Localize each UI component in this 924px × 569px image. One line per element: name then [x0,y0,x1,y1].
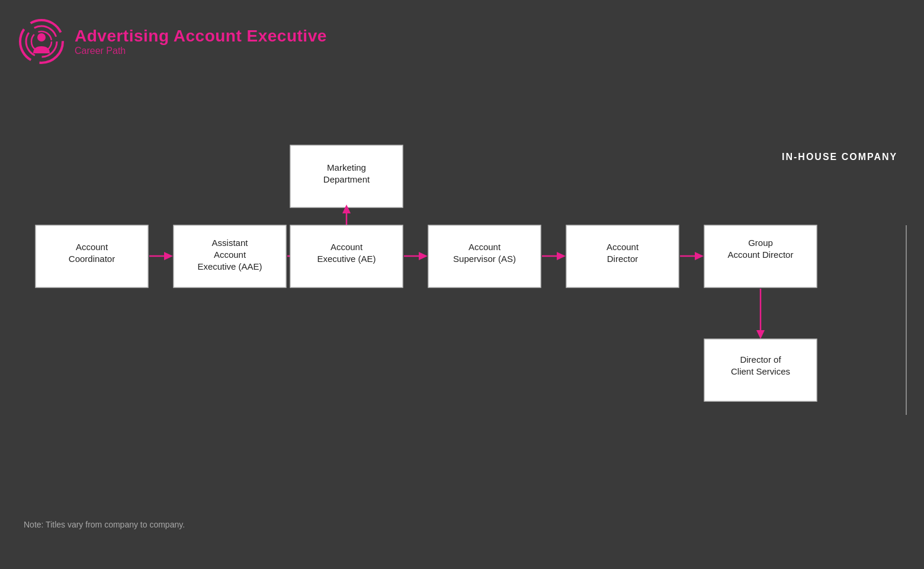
ae-box [290,225,403,287]
arrow-down-icon [756,330,765,339]
svg-text:Account Director: Account Director [728,250,794,260]
svg-text:Marketing: Marketing [327,162,366,172]
svg-text:Executive (AE): Executive (AE) [317,254,376,264]
client-services-box [704,339,817,401]
note-text: Note: Titles vary from company to compan… [24,520,185,529]
page-subtitle: Career Path [75,46,327,56]
header-text: Advertising Account Executive Career Pat… [75,27,327,56]
arrow-4-icon [557,252,566,260]
svg-text:Coordinator: Coordinator [69,254,115,264]
svg-text:Department: Department [323,174,370,184]
career-diagram: IN-HOUSE COMPANY ADVERTISING AGENCY Mark… [0,0,924,569]
page-title: Advertising Account Executive [75,27,327,46]
arrow-5-icon [695,252,704,260]
svg-text:Account: Account [469,242,501,252]
aae-box [174,225,286,287]
svg-text:Account: Account [607,242,639,252]
svg-text:Director: Director [607,254,639,264]
header: Advertising Account Executive Career Pat… [18,18,327,65]
svg-text:Executive (AAE): Executive (AAE) [197,261,262,271]
logo-icon [18,18,65,65]
arrow-2-icon [302,252,311,260]
account-director-box [566,225,679,287]
supervisor-box [428,225,541,287]
svg-point-3 [37,33,46,41]
group-director-box [704,225,817,287]
svg-text:Supervisor (AS): Supervisor (AS) [453,254,516,264]
inhouse-label: IN-HOUSE COMPANY [782,152,897,162]
svg-text:Account: Account [331,242,363,252]
coordinator-box [36,225,148,287]
svg-text:Account: Account [76,242,108,252]
svg-text:Client Services: Client Services [731,366,790,376]
arrow-up-icon [342,204,351,213]
svg-text:Group: Group [748,238,773,248]
arrow-3-icon [419,252,428,260]
svg-text:Assistant: Assistant [212,238,249,248]
svg-text:Director of: Director of [740,354,781,365]
arrow-1-icon [164,252,173,260]
marketing-box [290,145,403,207]
svg-text:Account: Account [214,250,246,260]
